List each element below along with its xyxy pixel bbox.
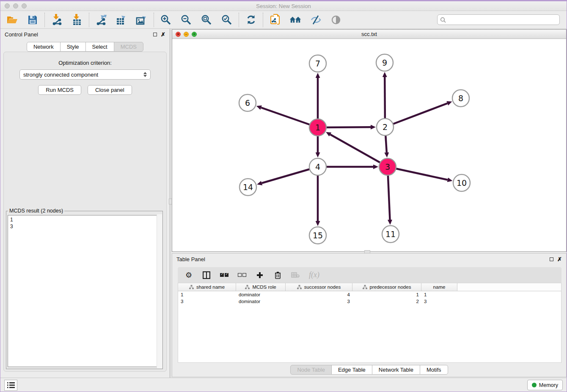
svg-text:8: 8 [458, 94, 463, 103]
zoom-in-icon[interactable] [160, 14, 172, 26]
table-row[interactable]: 3 dominator 3 2 3 [178, 298, 561, 305]
search-icon [440, 17, 446, 23]
tab-edge-table[interactable]: Edge Table [331, 365, 372, 375]
tree-icon [297, 285, 302, 289]
open-file-icon[interactable] [6, 14, 18, 26]
export-image-icon[interactable] [136, 14, 148, 26]
refresh-icon[interactable] [245, 14, 257, 26]
cell-name[interactable]: 3 [421, 299, 457, 304]
mcds-result-text[interactable]: 1 3 [8, 215, 161, 367]
float-table-panel-icon[interactable] [550, 257, 553, 261]
optimization-criterion-dropdown[interactable]: strongly connected component [19, 69, 151, 80]
table-row[interactable]: 1 dominator 4 1 1 [178, 291, 561, 298]
cell-shared-name[interactable]: 1 [178, 292, 236, 297]
add-column-icon[interactable] [256, 271, 264, 280]
close-panel-button[interactable]: Close panel [88, 85, 132, 95]
graph-node-3[interactable]: 3 [379, 158, 396, 175]
cell-name[interactable]: 1 [421, 292, 457, 297]
graph-node-2[interactable]: 2 [377, 119, 394, 135]
svg-text:3: 3 [385, 162, 390, 171]
column-header-predecessor-nodes[interactable]: predecessor nodes [352, 283, 421, 291]
network-close-icon[interactable]: ✕ [176, 32, 181, 37]
search-input[interactable] [446, 17, 557, 23]
mcds-result-fieldset: MCDS result (2 nodes) 1 3 [6, 208, 163, 369]
tab-style[interactable]: Style [60, 42, 86, 52]
run-mcds-button[interactable]: Run MCDS [38, 85, 81, 95]
cell-shared-name[interactable]: 3 [178, 299, 236, 304]
task-history-button[interactable] [4, 380, 17, 391]
column-layout-icon[interactable] [202, 271, 211, 280]
graph-node-10[interactable]: 10 [453, 174, 470, 191]
cell-successor-nodes[interactable]: 4 [286, 292, 352, 297]
edge-1-6[interactable] [261, 108, 318, 127]
column-header-successor-nodes[interactable]: successor nodes [286, 283, 352, 291]
cell-predecessor-nodes[interactable]: 1 [352, 292, 421, 297]
column-header-mcds-role[interactable]: MCDS role [236, 283, 286, 291]
search-box[interactable] [437, 14, 560, 25]
edge-3-1[interactable] [330, 135, 388, 167]
node-table[interactable]: shared name MCDS role successor nodes pr… [178, 283, 561, 363]
delete-column-icon[interactable] [273, 271, 282, 280]
network-view-window: ✕ − + scc.txt 7968124314101511 [172, 29, 567, 252]
graph-node-6[interactable]: 6 [239, 94, 256, 111]
tab-network[interactable]: Network [27, 42, 61, 52]
save-session-icon[interactable] [27, 14, 39, 26]
table-panel: Table Panel ✗ ⚙ f(x) shared name [172, 253, 567, 377]
export-network-icon[interactable] [95, 14, 107, 26]
tree-icon [363, 285, 367, 289]
import-table-icon[interactable] [71, 14, 83, 26]
tab-select[interactable]: Select [85, 42, 114, 52]
table-panel-title: Table Panel [176, 256, 205, 262]
status-bar: Memory [0, 378, 567, 392]
list-icon [7, 382, 15, 388]
cell-successor-nodes[interactable]: 3 [286, 299, 352, 304]
edge-2-8[interactable] [385, 103, 447, 127]
network-window-titlebar[interactable]: ✕ − + scc.txt [172, 30, 566, 39]
cell-predecessor-nodes[interactable]: 2 [352, 299, 421, 304]
window-title: Session: New Session [0, 3, 567, 9]
network-canvas[interactable]: 7968124314101511 [172, 39, 566, 251]
graph-node-11[interactable]: 11 [382, 226, 399, 243]
memory-button[interactable]: Memory [527, 380, 563, 390]
zoom-selected-icon[interactable] [221, 14, 233, 26]
result-scrollbar[interactable] [157, 214, 162, 368]
first-neighbors-icon[interactable] [289, 14, 301, 26]
delete-table-icon [291, 271, 300, 280]
graph-node-14[interactable]: 14 [239, 179, 256, 196]
network-maximize-icon[interactable]: + [192, 32, 197, 37]
import-network-icon[interactable] [51, 14, 63, 26]
show-graphics-details-icon [330, 14, 342, 26]
clone-network-icon[interactable] [269, 14, 281, 26]
graph-node-7[interactable]: 7 [309, 55, 326, 72]
export-table-icon[interactable] [116, 14, 127, 26]
svg-text:4: 4 [315, 162, 320, 171]
tab-network-table[interactable]: Network Table [372, 365, 420, 375]
zoom-out-icon[interactable] [180, 14, 192, 26]
hide-graphics-details-icon[interactable] [310, 14, 322, 26]
graph-node-9[interactable]: 9 [376, 54, 393, 71]
close-panel-icon[interactable]: ✗ [161, 32, 165, 37]
zoom-fit-icon[interactable] [201, 14, 212, 26]
select-all-icon[interactable] [220, 271, 228, 280]
tab-motifs[interactable]: Motifs [420, 365, 448, 375]
table-panel-header: Table Panel ✗ [172, 254, 566, 265]
column-header-shared-name[interactable]: shared name [178, 283, 236, 291]
tab-node-table[interactable]: Node Table [290, 365, 332, 375]
edge-3-10[interactable] [388, 167, 448, 180]
graph-node-15[interactable]: 15 [309, 227, 326, 244]
settings-gear-icon[interactable]: ⚙ [184, 271, 193, 280]
deselect-all-icon[interactable] [238, 271, 246, 280]
graph-node-8[interactable]: 8 [452, 90, 469, 107]
network-minimize-icon[interactable]: − [184, 32, 189, 37]
table-toolbar: ⚙ f(x) [178, 267, 561, 283]
cell-mcds-role[interactable]: dominator [236, 299, 286, 304]
cell-mcds-role[interactable]: dominator [236, 292, 286, 297]
control-panel-tabs: Network Style Select MCDS [27, 42, 143, 52]
graph-node-1[interactable]: 1 [309, 119, 326, 136]
network-graph[interactable]: 7968124314101511 [172, 39, 566, 251]
column-header-name[interactable]: name [421, 283, 457, 291]
graph-node-4[interactable]: 4 [309, 158, 326, 175]
float-panel-icon[interactable] [153, 33, 157, 36]
close-table-panel-icon[interactable]: ✗ [557, 257, 562, 262]
tab-mcds[interactable]: MCDS [114, 42, 143, 52]
